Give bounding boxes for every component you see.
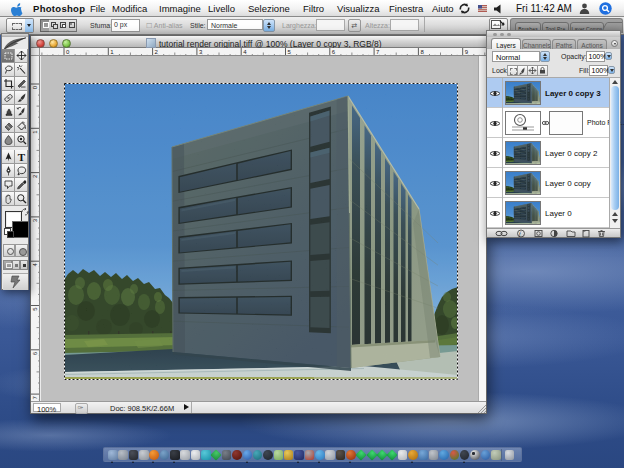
svg-text:6: 6 [32,351,38,355]
svg-text:7: 7 [32,395,38,399]
svg-text:5: 5 [288,49,292,55]
svg-text:9: 9 [465,49,469,55]
svg-text:5: 5 [32,307,38,311]
svg-text:1: 1 [110,49,114,55]
svg-text:4: 4 [32,263,38,267]
svg-text:T: T [17,151,25,163]
svg-text:8: 8 [420,49,424,55]
svg-text:f: f [519,231,522,237]
svg-text:4: 4 [243,49,247,55]
svg-text:0: 0 [32,85,38,89]
svg-text:3: 3 [199,49,203,55]
svg-text:1: 1 [32,130,38,134]
svg-text:2: 2 [155,49,159,55]
svg-text:2: 2 [32,174,38,178]
svg-text:7: 7 [376,49,380,55]
svg-text:0: 0 [66,49,70,55]
svg-text:3: 3 [32,218,38,222]
svg-text:6: 6 [332,49,336,55]
